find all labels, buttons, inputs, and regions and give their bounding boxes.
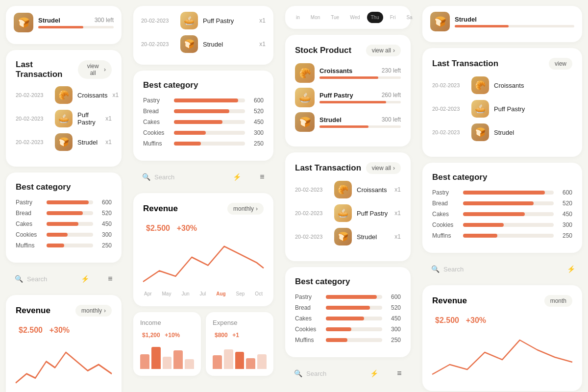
transaction-item: 20-02-2023 🍞 Strudel x1 <box>16 133 112 151</box>
search-placeholder-col2: Search <box>154 173 174 181</box>
menu-button-col3[interactable]: ≡ <box>389 363 410 384</box>
view-all-button-col4[interactable]: view <box>549 58 572 70</box>
trans-date: 20-02-2023 <box>16 139 50 145</box>
stock-title: Stock Product <box>295 46 351 55</box>
category-item: Bread 520 <box>16 210 112 217</box>
best-category-title-col1: Best category <box>16 182 71 192</box>
filter-button-col3[interactable]: ⚡ <box>364 363 384 384</box>
menu-button-col1[interactable]: ≡ <box>100 269 121 289</box>
income-title: Income <box>140 319 194 326</box>
category-item: Bread 520 <box>143 108 264 115</box>
expense-bar <box>213 355 222 369</box>
monthly-button-col4[interactable]: month <box>544 295 572 307</box>
trans-qty: x1 <box>259 17 266 24</box>
strudel-image: 🍞 <box>14 13 33 32</box>
category-item: Cookies 300 <box>295 326 401 333</box>
trans-img-croissant: 🥐 <box>334 181 352 198</box>
trans-img-croissant: 🥐 <box>55 86 73 104</box>
trans-img-puff: 🥧 <box>180 12 198 29</box>
category-item: Muffins 250 <box>432 232 572 239</box>
product-img-strudel: 🍞 <box>295 112 315 132</box>
column-4: 🍞 Strudel Last Transaction view 20-02-20… <box>416 0 588 392</box>
transaction-item: 20-02-2023 🥐 Croissants x1 <box>16 86 112 104</box>
strudel-count: 300 left <box>95 17 114 26</box>
filter-button-col2[interactable]: ⚡ <box>226 167 247 187</box>
search-bar-col4: 🔍 Search ⚡ <box>422 259 582 279</box>
strudel-partial-col4: 🍞 Strudel <box>422 6 582 42</box>
trans-name-puff: Puff Pastry <box>77 111 100 126</box>
calendar-strip: in Mon Tue Wed Thu Fri Sa <box>292 12 404 23</box>
best-category-card-col1: Best category Pastry 600 Bread 520 Cakes… <box>6 172 122 263</box>
product-img-puff: 🥧 <box>295 88 315 107</box>
trans-date: 20-02-2023 <box>141 18 175 24</box>
search-input-col2[interactable]: 🔍 Search <box>134 168 221 186</box>
transaction-item: 20-02-2023 🥧 Puff Pastry <box>432 100 572 118</box>
transactions-partial-col2: 20-02-2023 🥧 Puff Pastry x1 20-02-2023 🍞… <box>133 6 273 65</box>
view-all-button-transaction[interactable]: view all › <box>366 162 401 174</box>
income-bars <box>140 344 194 369</box>
revenue-chart-col2: Apr May Jun Jul Aug Sep Oct <box>143 238 264 296</box>
trans-date: 20-02-2023 <box>16 116 50 122</box>
expense-bar <box>257 354 267 369</box>
trans-img-strudel-col4: 🍞 <box>471 123 489 141</box>
expense-bars <box>213 344 267 369</box>
category-item: Bread 520 <box>432 200 572 207</box>
strudel-partial-card: 🍞 Strudel 300 left <box>6 6 122 44</box>
filter-button-col1[interactable]: ⚡ <box>74 269 95 289</box>
expense-amount: $800 +1 <box>213 328 267 340</box>
search-placeholder-col3: Search <box>306 370 326 377</box>
expense-bar <box>224 349 233 369</box>
search-input-col3[interactable]: 🔍 Search <box>286 365 359 382</box>
last-transaction-card-col4: Last Transaction view 20-02-2023 🥐 Crois… <box>422 48 582 157</box>
revenue-title-col4: Revenue <box>432 296 467 306</box>
monthly-button-col1[interactable]: monthly › <box>75 305 112 317</box>
search-bar-col3: 🔍 Search ⚡ ≡ <box>285 363 411 384</box>
category-item: Muffins 250 <box>295 337 401 343</box>
income-bar <box>140 354 149 369</box>
category-item: Cookies 300 <box>432 221 572 228</box>
category-item: Pastry 600 <box>295 294 401 300</box>
chart-labels: Apr May Jun Jul Aug Sep Oct <box>143 291 264 296</box>
strudel-name-col4: Strudel <box>455 16 477 23</box>
search-input-col4[interactable]: 🔍 Search <box>423 260 556 278</box>
income-bar <box>151 347 161 369</box>
category-item: Cakes 450 <box>143 119 264 125</box>
strudel-info: Strudel 300 left <box>38 17 114 28</box>
search-icon: 🔍 <box>142 173 150 181</box>
best-category-title-col3: Best category <box>295 277 350 287</box>
monthly-button-col2[interactable]: monthly › <box>227 203 264 215</box>
income-bar <box>173 350 183 369</box>
search-input-col1[interactable]: 🔍 Search <box>7 270 70 288</box>
search-icon: 🔍 <box>294 369 302 377</box>
trans-img-strudel: 🍞 <box>180 35 198 53</box>
trans-date: 20-02-2023 <box>141 41 175 47</box>
revenue-card-col2: Revenue monthly › $2.500 +30% Apr May Ju… <box>133 193 273 306</box>
trans-name-strudel: Strudel <box>203 41 254 48</box>
trans-qty: x1 <box>105 139 112 146</box>
trans-qty: x1 <box>259 41 266 48</box>
category-item: Muffins 250 <box>16 242 112 249</box>
product-img-strudel-col4: 🍞 <box>430 12 450 31</box>
transaction-item: 20-02-2023 🍞 Strudel x1 <box>295 228 401 245</box>
stock-product-card: Stock Product view all › 🥐 Croissants 23… <box>285 35 411 147</box>
category-item: Pastry 600 <box>16 199 112 206</box>
product-item-strudel-col4: 🍞 Strudel <box>430 12 574 31</box>
filter-button-col4[interactable]: ⚡ <box>561 259 581 279</box>
last-transaction-title-col3: Last Transaction <box>295 163 361 173</box>
category-item: Bread 520 <box>295 304 401 311</box>
cal-day-tue: Tue <box>327 12 343 23</box>
page-container: 🍞 Strudel 300 left Last Transaction view… <box>0 0 588 392</box>
view-all-button-col1[interactable]: view all › <box>78 60 112 79</box>
menu-button-col2[interactable]: ≡ <box>252 167 272 187</box>
column-3: in Mon Tue Wed Thu Fri Sa <box>279 0 416 392</box>
cal-day-thu[interactable]: Thu <box>367 12 383 23</box>
revenue-card-col1: Revenue monthly › $2.500 +30% <box>6 295 122 392</box>
cal-day-fri: Fri <box>386 12 400 23</box>
income-bar <box>185 359 194 369</box>
category-item: Muffins 250 <box>143 140 264 147</box>
view-all-button-stock[interactable]: view all › <box>366 45 401 56</box>
best-category-card-col4: Best category Pastry 600 Bread 520 Cakes… <box>422 163 582 253</box>
revenue-title-col2: Revenue <box>143 204 178 214</box>
trans-img-strudel: 🍞 <box>334 228 352 245</box>
transaction-item: 20-02-2023 🥐 Croissants <box>432 76 572 94</box>
